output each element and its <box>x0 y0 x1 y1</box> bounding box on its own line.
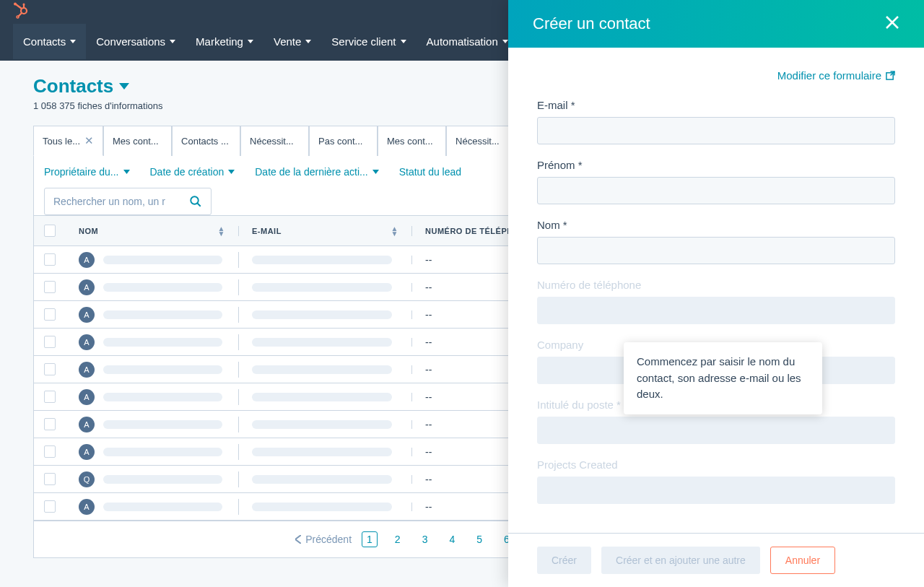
row-checkbox[interactable] <box>44 363 56 375</box>
hubspot-logo[interactable] <box>12 2 29 19</box>
page-5[interactable]: 5 <box>472 532 487 547</box>
search-box <box>44 188 212 215</box>
tab-contacts[interactable]: Contacts ... <box>172 126 240 156</box>
nav-marketing[interactable]: Marketing <box>186 24 263 59</box>
chevron-down-icon <box>123 170 130 174</box>
email-placeholder <box>252 475 392 484</box>
row-checkbox[interactable] <box>44 281 56 293</box>
email-placeholder <box>252 448 392 456</box>
page-title-dropdown[interactable]: Contacts <box>33 75 129 97</box>
tab-necessit-2[interactable]: Nécessit... <box>446 126 515 156</box>
panel-body: Modifier ce formulaire E-mail * Prénom *… <box>508 48 924 533</box>
email-placeholder <box>252 420 392 429</box>
row-checkbox[interactable] <box>44 253 56 266</box>
page-2[interactable]: 2 <box>391 532 405 547</box>
search-input[interactable] <box>53 196 183 207</box>
filter-owner[interactable]: Propriétaire du... <box>44 166 130 178</box>
tab-label: Tous le... <box>43 136 80 147</box>
select-all-checkbox[interactable] <box>44 225 56 237</box>
page-4[interactable]: 4 <box>445 532 459 547</box>
nav-label: Contacts <box>23 35 66 48</box>
nav-automatisation[interactable]: Automatisation <box>417 24 518 59</box>
chevron-down-icon <box>305 40 311 43</box>
cancel-button[interactable]: Annuler <box>770 547 835 574</box>
name-placeholder <box>103 338 222 347</box>
tab-label: Mes cont... <box>113 136 159 147</box>
edit-form-link[interactable]: Modifier ce formulaire <box>537 69 895 82</box>
name-placeholder <box>103 283 222 292</box>
avatar: A <box>79 252 95 268</box>
firstname-input[interactable] <box>537 177 895 204</box>
avatar: Q <box>79 471 95 487</box>
row-checkbox[interactable] <box>44 473 56 485</box>
column-label: E-MAIL <box>252 227 282 235</box>
avatar: A <box>79 362 95 378</box>
row-checkbox[interactable] <box>44 308 56 321</box>
svg-line-8 <box>197 203 201 206</box>
avatar: A <box>79 499 95 515</box>
row-checkbox[interactable] <box>44 500 56 513</box>
svg-line-3 <box>16 4 22 9</box>
svg-point-2 <box>23 4 25 6</box>
row-checkbox[interactable] <box>44 336 56 348</box>
email-input[interactable] <box>537 117 895 144</box>
create-add-button[interactable]: Créer et en ajouter une autre <box>601 547 760 574</box>
close-icon[interactable]: ✕ <box>84 134 94 147</box>
filter-last-activity[interactable]: Date de la dernière acti... <box>255 166 378 178</box>
tab-label: Nécessit... <box>456 136 500 147</box>
close-icon <box>885 15 899 30</box>
nav-service[interactable]: Service client <box>321 24 416 59</box>
chevron-down-icon <box>401 40 406 43</box>
chevron-down-icon <box>170 40 175 43</box>
filter-label: Date de la dernière acti... <box>255 166 367 178</box>
row-checkbox[interactable] <box>44 418 56 430</box>
tab-my-contacts[interactable]: Mes cont... <box>103 126 172 156</box>
name-placeholder <box>103 448 222 456</box>
column-email[interactable]: E-MAIL ▲▼ <box>239 226 412 236</box>
row-checkbox[interactable] <box>44 391 56 403</box>
tab-necessit-1[interactable]: Nécessit... <box>240 126 309 156</box>
avatar: A <box>79 444 95 460</box>
nav-label: Marketing <box>196 35 243 48</box>
nav-contacts[interactable]: Contacts <box>13 24 86 59</box>
page-1[interactable]: 1 <box>362 531 378 547</box>
chevron-down-icon <box>228 170 235 174</box>
search-icon[interactable] <box>189 195 202 208</box>
avatar: A <box>79 307 95 323</box>
tab-my-contacts-2[interactable]: Mes cont... <box>378 126 446 156</box>
tab-label: Contacts ... <box>181 136 229 147</box>
create-contact-panel: Créer un contact Modifier ce formulaire … <box>508 0 924 587</box>
tab-all[interactable]: Tous le... ✕ <box>33 126 103 156</box>
name-placeholder <box>103 393 222 401</box>
svg-point-0 <box>21 8 27 14</box>
nav-conversations[interactable]: Conversations <box>86 24 186 59</box>
edit-form-label: Modifier ce formulaire <box>777 69 881 82</box>
create-button[interactable]: Créer <box>537 547 591 574</box>
projects-label: Projects Created <box>537 458 895 471</box>
sort-icon: ▲▼ <box>391 226 398 236</box>
name-placeholder <box>103 256 222 264</box>
name-placeholder <box>103 310 222 319</box>
sort-icon: ▲▼ <box>218 226 225 236</box>
filter-lead-status[interactable]: Statut du lead <box>399 166 461 178</box>
lastname-input[interactable] <box>537 237 895 264</box>
projects-input <box>537 477 895 504</box>
page-3[interactable]: 3 <box>418 532 432 547</box>
svg-point-7 <box>191 196 199 204</box>
avatar: A <box>79 279 95 295</box>
pagination-prev[interactable]: Précédent <box>295 534 352 545</box>
filter-label: Statut du lead <box>399 166 461 178</box>
nav-label: Vente <box>274 35 301 48</box>
nav-vente[interactable]: Vente <box>263 24 321 59</box>
row-checkbox[interactable] <box>44 445 56 458</box>
chevron-down-icon <box>70 40 76 43</box>
chevron-down-icon <box>248 40 253 43</box>
tab-pas-cont[interactable]: Pas cont... <box>309 126 378 156</box>
phone-label: Numéro de téléphone <box>537 279 895 291</box>
tab-label: Pas cont... <box>318 136 362 147</box>
column-name[interactable]: NOM ▲▼ <box>66 226 239 236</box>
avatar: A <box>79 389 95 405</box>
filter-label: Date de création <box>150 166 225 178</box>
filter-create-date[interactable]: Date de création <box>150 166 235 178</box>
close-button[interactable] <box>885 14 899 34</box>
